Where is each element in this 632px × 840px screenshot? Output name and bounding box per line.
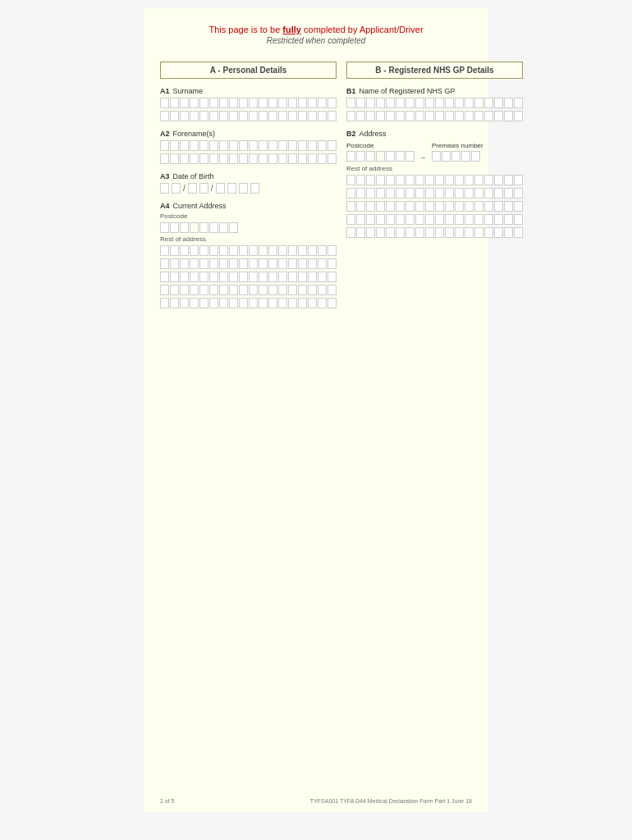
char-box[interactable] bbox=[386, 111, 395, 121]
char-box[interactable] bbox=[278, 258, 287, 269]
char-box[interactable] bbox=[465, 201, 474, 212]
char-box[interactable] bbox=[494, 201, 503, 212]
char-box[interactable] bbox=[308, 98, 317, 108]
char-box[interactable] bbox=[494, 175, 503, 185]
char-box[interactable] bbox=[268, 245, 277, 256]
char-box[interactable] bbox=[160, 153, 169, 164]
char-box[interactable] bbox=[494, 188, 503, 199]
char-box[interactable] bbox=[250, 183, 259, 194]
char-box[interactable] bbox=[455, 201, 464, 212]
char-box[interactable] bbox=[288, 272, 297, 282]
char-box[interactable] bbox=[188, 183, 197, 194]
char-box[interactable] bbox=[268, 258, 277, 269]
char-box[interactable] bbox=[160, 285, 169, 295]
char-box[interactable] bbox=[170, 298, 179, 308]
char-box[interactable] bbox=[278, 285, 287, 295]
char-box[interactable] bbox=[396, 201, 405, 212]
char-box[interactable] bbox=[327, 111, 337, 121]
char-box[interactable] bbox=[455, 188, 464, 199]
char-box[interactable] bbox=[396, 227, 405, 238]
char-box[interactable] bbox=[366, 201, 375, 212]
char-box[interactable] bbox=[504, 98, 513, 108]
char-box[interactable] bbox=[455, 111, 464, 121]
char-box[interactable] bbox=[435, 98, 444, 108]
char-box[interactable] bbox=[298, 98, 307, 108]
char-box[interactable] bbox=[268, 298, 277, 308]
char-box[interactable] bbox=[308, 111, 317, 121]
char-box[interactable] bbox=[209, 153, 218, 164]
char-box[interactable] bbox=[405, 98, 414, 108]
char-box[interactable] bbox=[268, 272, 277, 282]
char-box[interactable] bbox=[445, 111, 454, 121]
char-box[interactable] bbox=[227, 183, 236, 194]
char-box[interactable] bbox=[268, 111, 277, 121]
dob-row[interactable]: / / bbox=[160, 183, 337, 194]
char-box[interactable] bbox=[308, 272, 317, 282]
char-box[interactable] bbox=[465, 214, 474, 225]
char-box[interactable] bbox=[160, 111, 169, 121]
char-box[interactable] bbox=[219, 153, 228, 164]
char-box[interactable] bbox=[308, 140, 317, 151]
char-box[interactable] bbox=[366, 227, 375, 238]
char-box[interactable] bbox=[455, 214, 464, 225]
char-box[interactable] bbox=[494, 227, 503, 238]
char-box[interactable] bbox=[366, 175, 375, 185]
char-box[interactable] bbox=[471, 151, 480, 162]
char-box[interactable] bbox=[484, 201, 493, 212]
char-box[interactable] bbox=[259, 153, 268, 164]
char-box[interactable] bbox=[455, 175, 464, 185]
char-box[interactable] bbox=[435, 214, 444, 225]
char-box[interactable] bbox=[298, 298, 307, 308]
char-box[interactable] bbox=[346, 214, 355, 225]
char-box[interactable] bbox=[209, 245, 218, 256]
char-box[interactable] bbox=[366, 188, 375, 199]
char-box[interactable] bbox=[170, 153, 179, 164]
char-box[interactable] bbox=[209, 272, 218, 282]
char-box[interactable] bbox=[435, 188, 444, 199]
char-box[interactable] bbox=[229, 153, 238, 164]
char-box[interactable] bbox=[405, 151, 414, 162]
char-box[interactable] bbox=[396, 111, 405, 121]
char-box[interactable] bbox=[504, 175, 513, 185]
char-box[interactable] bbox=[405, 227, 414, 238]
char-box[interactable] bbox=[249, 245, 258, 256]
char-box[interactable] bbox=[474, 188, 483, 199]
char-box[interactable] bbox=[249, 272, 258, 282]
char-box[interactable] bbox=[318, 258, 327, 269]
char-box[interactable] bbox=[435, 111, 444, 121]
char-box[interactable] bbox=[405, 201, 414, 212]
char-box[interactable] bbox=[249, 258, 258, 269]
char-box[interactable] bbox=[445, 201, 454, 212]
char-box[interactable] bbox=[239, 98, 248, 108]
char-box[interactable] bbox=[465, 111, 474, 121]
char-box[interactable] bbox=[199, 183, 208, 194]
char-box[interactable] bbox=[170, 222, 179, 233]
char-box[interactable] bbox=[199, 272, 208, 282]
char-box[interactable] bbox=[199, 111, 208, 121]
char-box[interactable] bbox=[445, 175, 454, 185]
char-box[interactable] bbox=[209, 285, 218, 295]
char-box[interactable] bbox=[278, 272, 287, 282]
char-box[interactable] bbox=[160, 272, 169, 282]
char-box[interactable] bbox=[199, 153, 208, 164]
char-box[interactable] bbox=[180, 285, 189, 295]
char-box[interactable] bbox=[465, 227, 474, 238]
char-box[interactable] bbox=[514, 214, 523, 225]
char-box[interactable] bbox=[308, 258, 317, 269]
char-box[interactable] bbox=[170, 98, 179, 108]
char-box[interactable] bbox=[346, 111, 355, 121]
char-box[interactable] bbox=[170, 285, 179, 295]
char-box[interactable] bbox=[327, 272, 337, 282]
char-box[interactable] bbox=[199, 285, 208, 295]
char-box[interactable] bbox=[278, 153, 287, 164]
char-box[interactable] bbox=[425, 175, 434, 185]
char-box[interactable] bbox=[396, 188, 405, 199]
char-box[interactable] bbox=[288, 298, 297, 308]
char-box[interactable] bbox=[318, 272, 327, 282]
char-box[interactable] bbox=[259, 258, 268, 269]
char-box[interactable] bbox=[288, 111, 297, 121]
char-box[interactable] bbox=[229, 258, 238, 269]
char-box[interactable] bbox=[376, 201, 385, 212]
char-box[interactable] bbox=[229, 140, 238, 151]
char-box[interactable] bbox=[425, 111, 434, 121]
